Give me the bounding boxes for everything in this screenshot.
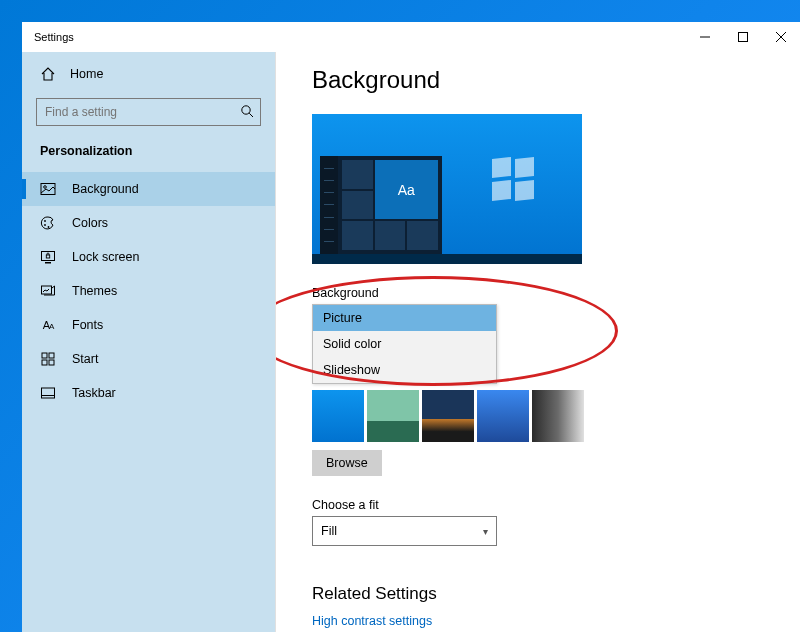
background-thumbnail[interactable] bbox=[312, 390, 364, 442]
svg-rect-16 bbox=[49, 353, 54, 358]
related-settings-heading: Related Settings bbox=[312, 584, 764, 604]
sidebar-item-label: Background bbox=[72, 182, 139, 196]
background-thumbnail[interactable] bbox=[477, 390, 529, 442]
sidebar-item-label: Lock screen bbox=[72, 250, 139, 264]
picture-thumbnails bbox=[312, 390, 764, 442]
svg-rect-12 bbox=[45, 262, 51, 264]
preview-start-menu: Aa bbox=[320, 156, 442, 254]
svg-point-8 bbox=[44, 220, 46, 222]
background-thumbnail[interactable] bbox=[367, 390, 419, 442]
taskbar-icon bbox=[40, 385, 56, 401]
themes-icon bbox=[40, 283, 56, 299]
sidebar-item-lock-screen[interactable]: Lock screen bbox=[22, 240, 275, 274]
link-high-contrast-settings[interactable]: High contrast settings bbox=[312, 614, 764, 628]
lock-screen-icon bbox=[40, 249, 56, 265]
desktop-preview: Aa bbox=[312, 114, 582, 264]
svg-rect-1 bbox=[739, 33, 748, 42]
svg-line-5 bbox=[249, 113, 253, 117]
svg-rect-13 bbox=[46, 255, 49, 258]
svg-rect-15 bbox=[42, 353, 47, 358]
browse-button[interactable]: Browse bbox=[312, 450, 382, 476]
home-label: Home bbox=[70, 67, 103, 81]
picture-icon bbox=[40, 181, 56, 197]
fonts-icon: AA bbox=[40, 317, 56, 333]
window-title: Settings bbox=[34, 31, 74, 43]
windows-logo-icon bbox=[492, 158, 534, 200]
titlebar: Settings bbox=[22, 22, 800, 52]
close-button[interactable] bbox=[762, 22, 800, 52]
home-link[interactable]: Home bbox=[22, 58, 275, 90]
preview-accent-tile: Aa bbox=[375, 160, 438, 219]
svg-rect-6 bbox=[41, 184, 55, 195]
close-icon bbox=[776, 32, 786, 42]
svg-rect-18 bbox=[49, 360, 54, 365]
window-controls bbox=[686, 22, 800, 52]
content-area: Background Aa Background bbox=[275, 52, 800, 632]
background-thumbnail[interactable] bbox=[532, 390, 584, 442]
section-title: Personalization bbox=[22, 140, 275, 172]
svg-point-4 bbox=[242, 106, 250, 114]
minimize-button[interactable] bbox=[686, 22, 724, 52]
sidebar-item-themes[interactable]: Themes bbox=[22, 274, 275, 308]
home-icon bbox=[40, 66, 56, 82]
sidebar-item-label: Themes bbox=[72, 284, 117, 298]
background-dropdown[interactable]: Picture Solid color Slideshow bbox=[312, 304, 497, 384]
page-title: Background bbox=[312, 66, 764, 94]
preview-taskbar bbox=[312, 254, 582, 264]
sidebar: Home Personalization Background Colors L… bbox=[22, 52, 275, 632]
window-body: Home Personalization Background Colors L… bbox=[22, 52, 800, 632]
dropdown-option-picture[interactable]: Picture bbox=[313, 305, 496, 331]
sidebar-item-label: Start bbox=[72, 352, 98, 366]
sidebar-item-taskbar[interactable]: Taskbar bbox=[22, 376, 275, 410]
palette-icon bbox=[40, 215, 56, 231]
fit-label: Choose a fit bbox=[312, 498, 764, 512]
sidebar-item-label: Taskbar bbox=[72, 386, 116, 400]
dropdown-option-slideshow[interactable]: Slideshow bbox=[313, 357, 496, 383]
svg-point-9 bbox=[44, 224, 46, 226]
sidebar-item-label: Colors bbox=[72, 216, 108, 230]
background-thumbnail[interactable] bbox=[422, 390, 474, 442]
svg-rect-19 bbox=[42, 388, 55, 398]
dropdown-option-solid-color[interactable]: Solid color bbox=[313, 331, 496, 357]
minimize-icon bbox=[700, 32, 710, 42]
search-icon bbox=[240, 104, 254, 118]
sidebar-item-fonts[interactable]: AA Fonts bbox=[22, 308, 275, 342]
maximize-icon bbox=[738, 32, 748, 42]
chevron-down-icon: ▾ bbox=[483, 526, 488, 537]
maximize-button[interactable] bbox=[724, 22, 762, 52]
start-icon bbox=[40, 351, 56, 367]
sidebar-item-start[interactable]: Start bbox=[22, 342, 275, 376]
sidebar-item-background[interactable]: Background bbox=[22, 172, 275, 206]
svg-point-10 bbox=[48, 226, 50, 228]
fit-dropdown-value: Fill bbox=[321, 524, 337, 538]
svg-point-7 bbox=[44, 186, 47, 189]
settings-window: Settings Home bbox=[22, 22, 800, 632]
sidebar-item-label: Fonts bbox=[72, 318, 103, 332]
fit-dropdown[interactable]: Fill ▾ bbox=[312, 516, 497, 546]
svg-rect-17 bbox=[42, 360, 47, 365]
search-input[interactable] bbox=[36, 98, 261, 126]
svg-rect-14 bbox=[42, 286, 52, 294]
sidebar-item-colors[interactable]: Colors bbox=[22, 206, 275, 240]
background-dropdown-label: Background bbox=[312, 286, 764, 300]
search-box[interactable] bbox=[36, 98, 261, 126]
